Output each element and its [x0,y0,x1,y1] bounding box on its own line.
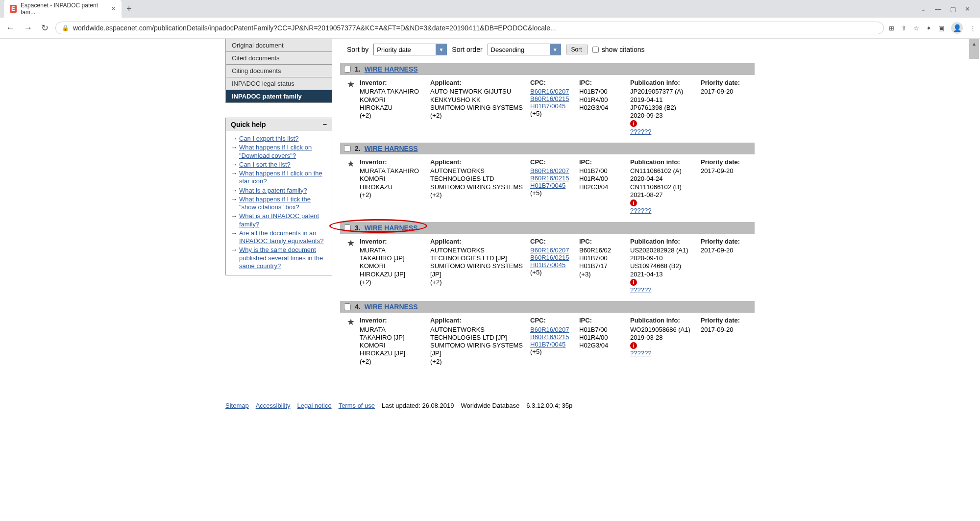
info-icon: i [630,342,637,349]
quickhelp-link-3[interactable]: What happens if I click on the star icon… [239,170,327,186]
cpc-link[interactable]: H01B7/0045 [530,182,577,189]
footer-link-1[interactable]: Accessibility [256,402,291,409]
result-checkbox[interactable] [344,66,351,73]
chevron-down-icon[interactable]: ⌄ [921,5,926,13]
profile-avatar[interactable]: 👤 [951,22,963,34]
share-icon[interactable]: ⇧ [901,25,906,32]
quickhelp-link-5[interactable]: What happens if I tick the "show citatio… [239,196,327,212]
maximize-icon[interactable]: ▢ [950,5,956,13]
star-icon[interactable]: ★ [344,158,358,215]
sidebar-item-0[interactable]: Original document [226,39,332,52]
sort-by-label: Sort by [347,46,368,53]
footer-link-0[interactable]: Sitemap [225,402,249,409]
footer-link-3[interactable]: Terms of use [339,402,375,409]
sidebar-item-1[interactable]: Cited documents [226,52,332,65]
scroll-up-icon[interactable]: ▲ [969,39,979,59]
forward-icon[interactable]: → [22,21,34,35]
bookmark-icon[interactable]: ☆ [913,25,919,32]
quickhelp-link-6[interactable]: What is an INPADOC patent family? [239,212,327,228]
quickhelp-link-0[interactable]: Can I export this list? [239,135,298,143]
close-window-icon[interactable]: ✕ [965,5,970,13]
sidebar-item-2[interactable]: Citing documents [226,65,332,77]
show-citations-checkbox[interactable] [592,47,599,53]
arrow-icon: → [231,187,237,195]
pub-more-link[interactable]: ?????? [630,286,699,294]
quickhelp-link-8[interactable]: Why is the same document published sever… [239,246,327,270]
col-label: Inventor: [360,79,428,87]
menu-icon[interactable]: ⋮ [970,25,976,32]
sort-order-label: Sort order [452,46,482,53]
quickhelp-link-7[interactable]: Are all the documents in an INPADOC fami… [239,229,327,246]
quickhelp-link-2[interactable]: Can I sort the list? [239,161,291,169]
quickhelp-link-1[interactable]: What happens if I click on "Download cov… [239,144,327,160]
quick-help-header[interactable]: Quick help − [226,118,332,131]
cpc-link[interactable]: B60R16/0215 [530,333,577,341]
col-cpc: CPC:B60R16/0207B60R16/0215H01B7/0045(+5) [530,158,577,215]
cpc-link[interactable]: B60R16/0207 [530,167,577,174]
close-tab-icon[interactable]: × [111,4,116,13]
url-text: worldwide.espacenet.com/publicationDetai… [73,24,556,32]
col-label: Publication info: [630,238,699,246]
panel-icon[interactable]: ▣ [938,25,944,32]
result-checkbox[interactable] [344,224,351,231]
result-number: 4. [355,303,361,311]
cpc-link[interactable]: H01B7/0045 [530,261,577,269]
col-label: Publication info: [630,317,699,324]
footer-link-2[interactable]: Legal notice [297,402,332,409]
chevron-down-icon: ▼ [436,44,446,55]
result-checkbox[interactable] [344,145,351,152]
result-title-link[interactable]: WIRE HARNESS [365,303,418,311]
sidebar-item-3[interactable]: INPADOC legal status [226,77,332,90]
col-label: Applicant: [430,238,528,246]
sort-by-select[interactable]: Priority date ▼ [373,44,447,55]
col-label: IPC: [579,79,628,87]
footer-db: Worldwide Database [461,402,520,409]
col-label: Inventor: [360,317,428,324]
pub-more-link[interactable]: ?????? [630,207,699,215]
star-icon[interactable]: ★ [344,238,358,295]
browser-tab[interactable]: E Espacenet - INPADOC patent fam... × [4,0,122,19]
pub-more-link[interactable]: ?????? [630,349,699,357]
result-title-link[interactable]: WIRE HARNESS [365,224,418,232]
url-input[interactable]: 🔒 worldwide.espacenet.com/publicationDet… [55,22,884,34]
translate-icon[interactable]: ⊞ [889,25,894,32]
arrow-icon: → [231,135,237,143]
col-publication: Publication info:JP2019057377 (A)2019-04… [630,79,699,136]
arrow-icon: → [231,196,237,212]
cpc-link[interactable]: B60R16/0215 [530,95,577,102]
result-4: 4.WIRE HARNESS★Inventor:MURATATAKAHIRO [… [340,301,755,372]
cpc-link[interactable]: B60R16/0207 [530,247,577,254]
minimize-icon[interactable]: — [935,5,941,13]
result-number: 1. [355,65,361,73]
result-title-link[interactable]: WIRE HARNESS [365,145,418,152]
cpc-link[interactable]: B60R16/0215 [530,254,577,261]
col-publication: Publication info:US2020282928 (A1)2020-0… [630,238,699,295]
pub-more-link[interactable]: ?????? [630,128,699,136]
cpc-link[interactable]: B60R16/0207 [530,88,577,95]
sort-button[interactable]: Sort [566,45,588,54]
collapse-icon[interactable]: − [323,121,327,128]
col-label: CPC: [530,317,577,324]
sidebar-item-4[interactable]: INPADOC patent family [226,90,332,102]
sort-controls: Sort by Priority date ▼ Sort order Desce… [340,39,755,63]
reload-icon[interactable]: ↻ [39,21,50,35]
cpc-link[interactable]: H01B7/0045 [530,341,577,348]
cpc-link[interactable]: H01B7/0045 [530,102,577,110]
star-icon[interactable]: ★ [344,317,358,366]
result-3: 3.WIRE HARNESS★Inventor:MURATATAKAHIRO [… [340,222,755,301]
star-icon[interactable]: ★ [344,79,358,136]
back-icon[interactable]: ← [4,21,17,35]
extensions-icon[interactable]: ✦ [926,25,931,32]
result-checkbox[interactable] [344,303,351,310]
col-label: IPC: [579,317,628,324]
sort-order-select[interactable]: Descending ▼ [488,44,561,55]
cpc-link[interactable]: B60R16/0215 [530,174,577,182]
footer-updated: Last updated: 26.08.2019 [382,402,454,409]
favicon-icon: E [10,5,17,13]
cpc-link[interactable]: B60R16/0207 [530,326,577,333]
result-title-link[interactable]: WIRE HARNESS [365,65,418,73]
quickhelp-link-4[interactable]: What is a patent family? [239,187,307,195]
new-tab-icon[interactable]: + [122,4,137,14]
col-applicant: Applicant:AUTONETWORKSTECHNOLOGIES LTD [… [430,238,528,295]
quick-help-panel: Quick help − →Can I export this list?→Wh… [225,118,332,275]
